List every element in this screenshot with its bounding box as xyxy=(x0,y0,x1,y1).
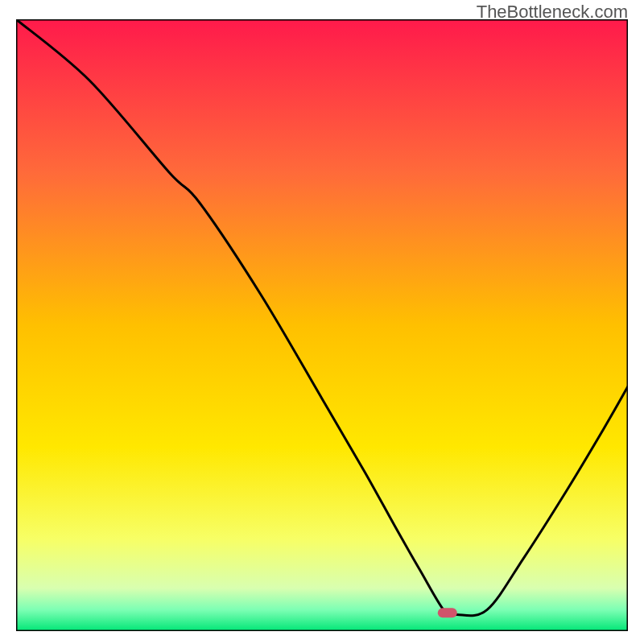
watermark-text: TheBottleneck.com xyxy=(477,2,628,23)
optimal-point-marker xyxy=(438,608,457,617)
bottleneck-chart xyxy=(16,19,628,631)
chart-container xyxy=(16,19,628,631)
